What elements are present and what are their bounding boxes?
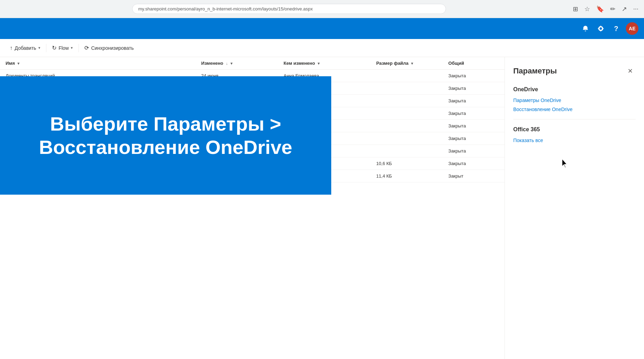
reader-icon[interactable]: ⊞: [573, 5, 578, 13]
cell-size: 11,4 КБ: [371, 170, 443, 182]
more-icon[interactable]: ···: [633, 5, 638, 13]
sharepoint-header: ? AE: [0, 18, 644, 39]
flow-chevron-icon: ▾: [71, 46, 73, 50]
add-chevron-icon: ▾: [38, 46, 40, 50]
file-list: Имя ▾ Изменено ↓ ▾ Кем изменено ▾ Размер…: [0, 57, 505, 359]
modified-sort-icon2: ▾: [230, 61, 233, 65]
cursor-indicator: [561, 158, 569, 171]
user-avatar[interactable]: AE: [626, 22, 638, 35]
cell-access: Закрыта: [443, 145, 505, 157]
by-sort-icon: ▾: [318, 61, 320, 65]
main-content: Имя ▾ Изменено ↓ ▾ Кем изменено ▾ Размер…: [0, 57, 644, 359]
cell-size: [371, 132, 443, 145]
cell-access: Закрыта: [443, 157, 505, 170]
col-header-by[interactable]: Кем изменено ▾: [278, 57, 371, 70]
onedrive-settings-link[interactable]: Параметры OneDrive: [513, 97, 636, 103]
cell-access: Закрыта: [443, 132, 505, 145]
cell-size: 10,6 КБ: [371, 157, 443, 170]
collections-icon[interactable]: 🔖: [596, 5, 604, 13]
sync-button[interactable]: ⟳ Синхронизировать: [80, 42, 138, 54]
cell-access: Закрыт: [443, 170, 505, 182]
bell-icon[interactable]: [578, 22, 592, 36]
url-bar[interactable]: my.sharepoint.com/personal/ayro_n_b-inte…: [132, 4, 446, 14]
office365-section-title: Office 365: [513, 126, 636, 133]
cell-access: Закрыта: [443, 70, 505, 82]
pen-icon[interactable]: ✏: [610, 5, 615, 13]
cell-access: Закрыта: [443, 120, 505, 132]
modified-sort-icon: ↓: [226, 61, 228, 65]
name-sort-icon: ▾: [17, 61, 20, 65]
browser-icons: ⊞ ☆ 🔖 ✏ ↗ ···: [573, 5, 638, 13]
cell-access: Закрыта: [443, 95, 505, 107]
settings-header: Параметры ✕: [513, 65, 636, 77]
cell-size: [371, 107, 443, 120]
browser-chrome: my.sharepoint.com/personal/ayro_n_b-inte…: [0, 0, 644, 18]
table-header-row: Имя ▾ Изменено ↓ ▾ Кем изменено ▾ Размер…: [0, 57, 505, 70]
instruction-overlay: Выберите Параметры > Восстановление OneD…: [0, 76, 331, 195]
cell-access: Закрыта: [443, 82, 505, 95]
cell-size: [371, 120, 443, 132]
onedrive-section-title: OneDrive: [513, 86, 636, 93]
cell-access: Закрыта: [443, 107, 505, 120]
cell-size: [371, 145, 443, 157]
help-icon[interactable]: ?: [609, 22, 623, 36]
toolbar-divider-1: [46, 44, 46, 52]
size-sort-icon: ▾: [411, 61, 413, 65]
show-all-link[interactable]: Показать все: [513, 138, 636, 143]
toolbar-divider-2: [78, 44, 79, 52]
add-button[interactable]: ↑ Добавить ▾: [6, 42, 45, 54]
upload-icon: ↑: [10, 45, 13, 51]
onedrive-restore-link[interactable]: Восстановление OneDrive: [513, 107, 636, 112]
col-header-modified[interactable]: Изменено ↓ ▾: [196, 57, 278, 70]
share-icon[interactable]: ↗: [622, 5, 627, 13]
settings-title: Параметры: [513, 67, 557, 76]
cell-size: [371, 82, 443, 95]
sync-icon: ⟳: [84, 45, 89, 51]
col-header-size[interactable]: Размер файла ▾: [371, 57, 443, 70]
col-header-access[interactable]: Общий: [443, 57, 505, 70]
flow-button[interactable]: ↻ Flow ▾: [48, 42, 77, 54]
cell-size: [371, 95, 443, 107]
settings-icon[interactable]: [594, 22, 608, 36]
settings-panel: Параметры ✕ OneDrive Параметры OneDrive …: [505, 57, 644, 359]
settings-divider: [513, 119, 636, 119]
toolbar: ↑ Добавить ▾ ↻ Flow ▾ ⟳ Синхронизировать: [0, 39, 644, 57]
close-button[interactable]: ✕: [624, 65, 636, 77]
col-header-name[interactable]: Имя ▾: [0, 57, 196, 70]
bookmark-icon[interactable]: ☆: [584, 5, 590, 13]
instruction-text: Выберите Параметры > Восстановление OneD…: [21, 112, 310, 159]
flow-icon: ↻: [52, 45, 56, 51]
cell-size: [371, 70, 443, 82]
